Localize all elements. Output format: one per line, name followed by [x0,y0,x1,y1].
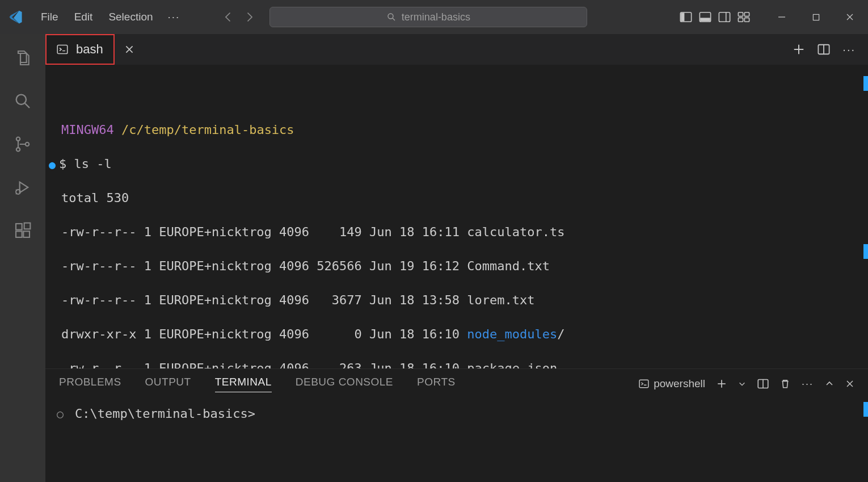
svg-rect-35 [639,380,648,388]
panel-tab-bar: PROBLEMS OUTPUT TERMINAL DEBUG CONSOLE P… [45,369,868,399]
menu-bar: File Edit Selection ··· [34,7,186,27]
nav-arrows [220,8,258,26]
terminal-command: $ ls -l [59,157,112,171]
svg-point-18 [16,137,20,140]
nav-back-icon[interactable] [220,8,238,26]
svg-point-0 [388,14,393,19]
svg-rect-28 [57,45,68,54]
menu-edit[interactable]: Edit [68,7,100,27]
command-center-text: terminal-basics [402,11,470,23]
toggle-panel-icon[interactable] [699,11,711,23]
overview-ruler [860,65,868,368]
editor-tab-close-icon[interactable] [120,44,138,55]
terminal-line: drwxr-xr-x 1 EUROPE+nicktrog 4096 0 Jun … [61,326,852,343]
svg-rect-6 [719,12,730,22]
close-panel-icon[interactable] [845,379,854,388]
terminal-editor[interactable]: MINGW64 /c/temp/terminal-basics ●$ ls -l… [45,65,868,368]
terminal-profile-label: powershell [654,378,705,390]
svg-rect-27 [24,223,31,229]
svg-line-17 [25,103,30,108]
panel-tab-debug-console[interactable]: DEBUG CONSOLE [296,376,393,392]
panel-terminal-prompt: C:\temp\terminal-basics> [75,406,255,421]
new-file-icon[interactable] [793,43,805,56]
editor-tab-label: bash [76,42,103,57]
explorer-icon[interactable] [12,48,33,68]
terminal-line: -rw-r--r-- 1 EUROPE+nicktrog 4096 526566… [61,258,852,275]
panel-tab-terminal[interactable]: TERMINAL [215,376,272,392]
maximize-panel-icon[interactable] [825,379,834,388]
activity-bar [0,34,45,482]
customize-layout-icon[interactable] [738,11,750,23]
panel-more-icon[interactable]: ··· [802,378,814,390]
panel-tab-output[interactable]: OUTPUT [145,376,191,392]
menu-more-icon[interactable]: ··· [162,7,186,27]
split-editor-icon[interactable] [818,43,830,56]
svg-rect-13 [813,14,819,20]
terminal-line: -rw-r--r-- 1 EUROPE+nicktrog 4096 263 Ju… [61,360,852,368]
more-actions-icon[interactable]: ··· [842,43,856,56]
search-icon [387,12,396,22]
svg-rect-8 [738,12,743,16]
panel-terminal[interactable]: ○ C:\temp\terminal-basics> [45,399,868,482]
svg-point-19 [16,148,20,151]
menu-selection[interactable]: Selection [102,7,159,27]
new-terminal-icon[interactable] [717,379,727,389]
menu-file[interactable]: File [34,7,65,27]
split-terminal-icon[interactable] [757,378,769,389]
svg-rect-11 [744,18,749,22]
svg-rect-5 [700,18,710,21]
terminal-dropdown-icon[interactable] [738,380,746,388]
panel-tab-problems[interactable]: PROBLEMS [59,376,121,392]
kill-terminal-icon[interactable] [780,378,790,389]
terminal-profile-icon[interactable]: powershell [639,378,705,390]
overview-ruler [863,402,868,417]
svg-point-20 [26,142,29,146]
svg-line-1 [393,18,395,20]
editor-tabs: bash ··· [45,34,868,65]
svg-point-16 [16,95,26,104]
svg-rect-24 [16,224,22,230]
svg-rect-3 [681,13,684,22]
search-icon[interactable] [12,91,33,111]
bottom-panel: PROBLEMS OUTPUT TERMINAL DEBUG CONSOLE P… [45,368,868,482]
toggle-secondary-sidebar-icon[interactable] [718,11,731,23]
run-debug-icon[interactable] [12,177,33,198]
toggle-primary-sidebar-icon[interactable] [680,11,692,23]
svg-rect-9 [744,12,749,16]
window-close-icon[interactable] [836,6,863,28]
window-minimize-icon[interactable] [768,6,795,28]
svg-rect-25 [16,231,22,237]
title-bar: File Edit Selection ··· terminal-basics [0,0,868,34]
directory-link[interactable]: node_modules [467,327,557,341]
panel-tab-ports[interactable]: PORTS [417,376,456,392]
window-maximize-icon[interactable] [802,6,829,28]
svg-rect-26 [23,231,30,237]
vscode-logo-icon [5,10,27,24]
prompt-host: MINGW64 [61,123,114,137]
command-success-dot-icon: ● [49,158,56,171]
editor-tab-bash[interactable]: bash [45,34,115,65]
command-pending-dot-icon: ○ [57,407,64,421]
terminal-line: total 530 [61,190,852,207]
source-control-icon[interactable] [12,134,33,154]
terminal-icon [57,44,68,55]
extensions-icon[interactable] [12,220,33,241]
nav-forward-icon[interactable] [240,8,258,26]
command-center[interactable]: terminal-basics [269,7,587,27]
svg-rect-10 [738,18,743,22]
terminal-line: -rw-r--r-- 1 EUROPE+nicktrog 4096 149 Ju… [61,224,852,241]
terminal-line: -rw-r--r-- 1 EUROPE+nicktrog 4096 3677 J… [61,292,852,309]
prompt-path: /c/temp/terminal-basics [121,123,294,137]
